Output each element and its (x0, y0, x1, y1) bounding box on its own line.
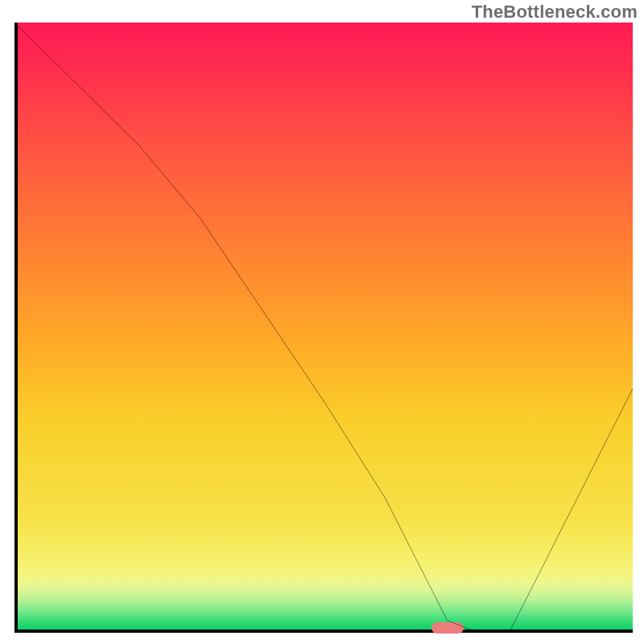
watermark-label: TheBottleneck.com (472, 2, 638, 23)
plot-area (14, 23, 633, 633)
chart-container: TheBottleneck.com (0, 0, 644, 644)
bottleneck-curve (14, 23, 633, 633)
curve-path (14, 23, 633, 633)
